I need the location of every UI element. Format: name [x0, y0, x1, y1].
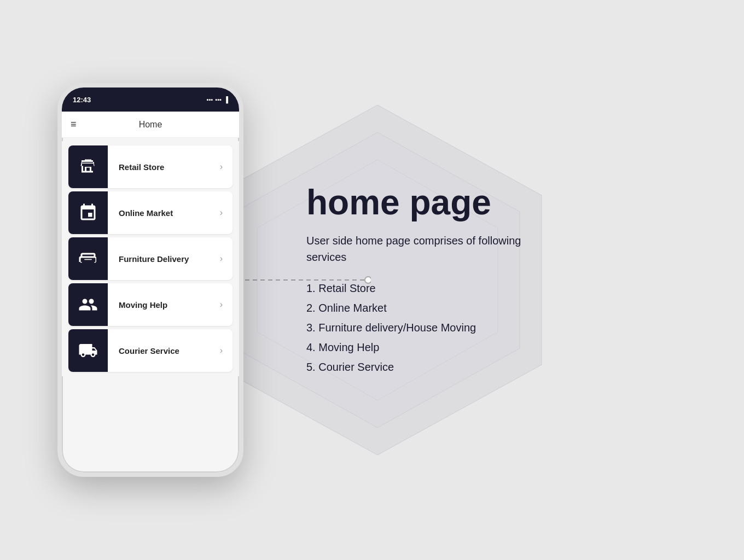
list-item-5: 5. Courier Service: [306, 357, 558, 377]
moving-help-icon-box: [68, 283, 108, 326]
hamburger-icon[interactable]: ≡: [71, 119, 77, 130]
menu-list: Retail Store › Online Market ›: [62, 141, 239, 376]
menu-item-retail-store[interactable]: Retail Store ›: [68, 145, 233, 188]
retail-store-icon: [78, 157, 98, 177]
retail-store-label: Retail Store: [108, 162, 220, 172]
list-item-4: 4. Moving Help: [306, 337, 558, 357]
furniture-delivery-arrow: ›: [220, 254, 233, 264]
furniture-delivery-icon: [78, 249, 98, 269]
phone-mockup: 12:43 ▪▪▪ ▪▪▪ ▐ ≡ Home: [57, 83, 243, 477]
list-item-1: 1. Retail Store: [306, 278, 558, 298]
retail-store-arrow: ›: [220, 162, 233, 172]
phone-notch: [118, 88, 183, 100]
furniture-delivery-icon-box: [68, 237, 108, 280]
menu-item-online-market[interactable]: Online Market ›: [68, 191, 233, 234]
status-time: 12:43: [73, 96, 91, 104]
menu-item-furniture-delivery[interactable]: Furniture Delivery ›: [68, 237, 233, 280]
menu-item-courier-service[interactable]: Courier Service ›: [68, 329, 233, 372]
phone-body: 12:43 ▪▪▪ ▪▪▪ ▐ ≡ Home: [57, 83, 243, 477]
online-market-label: Online Market: [108, 208, 220, 218]
furniture-delivery-label: Furniture Delivery: [108, 254, 220, 264]
info-subtitle: User side home page comprises of followi…: [306, 232, 558, 265]
retail-store-icon-box: [68, 145, 108, 188]
online-market-icon-box: [68, 191, 108, 234]
info-list: 1. Retail Store 2. Online Market 3. Furn…: [306, 278, 558, 377]
app-header: ≡ Home: [62, 112, 239, 138]
courier-service-label: Courier Service: [108, 346, 220, 355]
info-title: home page: [306, 183, 558, 221]
list-item-3: 3. Furniture delivery/House Moving: [306, 318, 558, 337]
battery-icon: ▐: [224, 96, 228, 103]
status-icons: ▪▪▪ ▪▪▪ ▐: [207, 96, 228, 103]
moving-help-icon: [78, 295, 98, 314]
courier-service-icon-box: [68, 329, 108, 372]
moving-help-arrow: ›: [220, 300, 233, 310]
wifi-icon: ▪▪▪: [207, 96, 213, 103]
online-market-icon: [78, 203, 98, 223]
list-item-2: 2. Online Market: [306, 298, 558, 318]
moving-help-label: Moving Help: [108, 300, 220, 310]
app-title-label: Home: [139, 120, 162, 130]
courier-service-arrow: ›: [220, 346, 233, 355]
courier-service-icon: [78, 341, 98, 360]
menu-item-moving-help[interactable]: Moving Help ›: [68, 283, 233, 326]
online-market-arrow: ›: [220, 208, 233, 218]
signal-icon: ▪▪▪: [216, 96, 222, 103]
scene: 12:43 ▪▪▪ ▪▪▪ ▐ ≡ Home: [0, 0, 744, 560]
info-panel: home page User side home page comprises …: [306, 183, 558, 377]
